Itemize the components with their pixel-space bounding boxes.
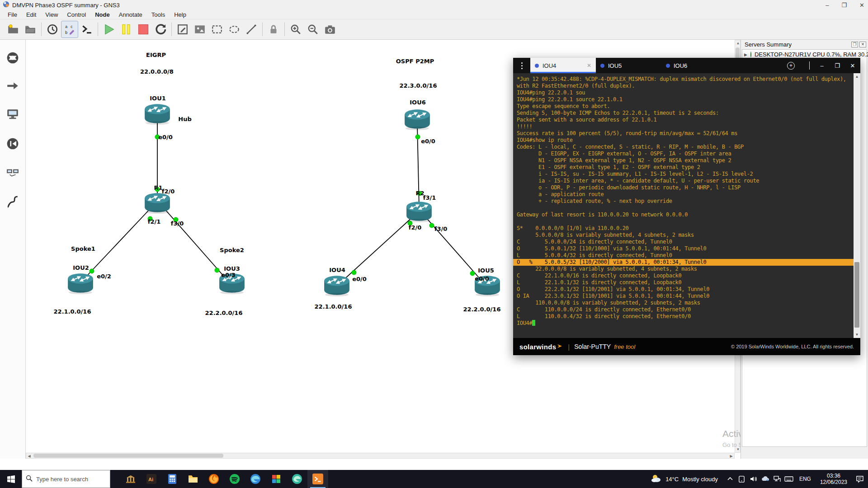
browse-routers-icon[interactable] xyxy=(3,48,22,67)
taskbar-app-edge-icon[interactable] xyxy=(245,470,266,488)
network-icon[interactable] xyxy=(771,470,783,488)
console-to-all-icon[interactable] xyxy=(78,21,95,38)
snapshot-icon[interactable] xyxy=(44,21,61,38)
link-1[interactable] xyxy=(84,208,151,279)
browse-end-devices-icon[interactable] xyxy=(3,105,22,124)
port-status-dot xyxy=(352,270,356,275)
menu-annotate[interactable]: Annotate xyxy=(115,10,146,19)
suspend-all-icon[interactable] xyxy=(118,21,135,38)
scroll-down-icon[interactable]: ▼ xyxy=(854,331,860,338)
taskbar-clock[interactable]: 03:36 12/06/2023 xyxy=(816,473,852,485)
taskbar-search[interactable] xyxy=(22,470,110,488)
canvas-horizontal-scrollbar[interactable]: ◀ ▶ xyxy=(26,453,735,459)
scroll-up-icon[interactable]: ▲ xyxy=(854,73,860,80)
draw-rectangle-icon[interactable] xyxy=(208,21,226,38)
search-input[interactable] xyxy=(36,476,104,483)
volume-icon[interactable] xyxy=(748,470,760,488)
terminal-tab-iou5[interactable]: IOU5 xyxy=(596,58,661,73)
browse-switches-icon[interactable] xyxy=(3,76,22,95)
lock-unlock-items-icon[interactable] xyxy=(265,21,282,38)
terminal-output[interactable]: *Jun 12 00:35:42.488: %CDP-4-DUPLEX_MISM… xyxy=(513,73,860,338)
node-IOU4[interactable] xyxy=(322,274,351,297)
onedrive-icon[interactable] xyxy=(760,470,771,488)
terminal-line: with R2 FastEthernet2/0 (full duplex). xyxy=(513,83,854,89)
terminal-line: O 5.0.0.1/32 [110/1000] via 5.0.0.1, 00:… xyxy=(513,245,854,252)
panel-close-button[interactable]: ✕ xyxy=(859,42,866,47)
keyboard-icon[interactable] xyxy=(783,470,795,488)
topology-label: IOU1 xyxy=(150,95,166,102)
browse-all-devices-icon[interactable] xyxy=(3,162,22,181)
screenshot-icon[interactable] xyxy=(321,21,339,38)
node-IOU1[interactable] xyxy=(143,103,172,125)
zoom-in-icon[interactable] xyxy=(287,21,304,38)
terminal-tab-iou6[interactable]: IOU6 xyxy=(661,58,727,73)
taskbar-app-solar-putty-icon[interactable] xyxy=(307,470,328,488)
open-project-icon[interactable] xyxy=(22,21,39,38)
zoom-out-icon[interactable] xyxy=(304,21,321,38)
terminal-line: IOU4#show ip route xyxy=(513,137,854,144)
node-R2[interactable] xyxy=(405,200,434,223)
horizontal-scroll-thumb[interactable] xyxy=(33,454,223,458)
terminal-scroll-thumb[interactable] xyxy=(854,262,859,328)
minimize-button[interactable]: – xyxy=(826,2,829,9)
draw-line-icon[interactable] xyxy=(243,21,260,38)
add-link-icon[interactable] xyxy=(3,192,22,211)
taskbar-app-firefox-icon[interactable] xyxy=(203,470,224,488)
topology-label: f3/0 xyxy=(434,225,448,232)
start-all-icon[interactable] xyxy=(100,21,118,38)
taskbar-app-monument-app-icon[interactable] xyxy=(120,470,141,488)
taskbar-app-edge-dev-icon[interactable] xyxy=(287,470,307,488)
terminal-minimize-button[interactable]: – xyxy=(814,62,830,69)
topology-label: 22.2.0.0/16 xyxy=(463,306,501,313)
terminal-close-button[interactable]: ✕ xyxy=(845,62,860,69)
scroll-right-icon[interactable]: ▶ xyxy=(728,453,734,459)
terminal-scrollbar[interactable]: ▲ ▼ xyxy=(854,73,860,338)
taskbar-app-spotify-icon[interactable] xyxy=(224,470,245,488)
menu-control[interactable]: Control xyxy=(63,10,90,19)
terminal-maximize-button[interactable]: ❐ xyxy=(830,62,845,69)
menu-file[interactable]: File xyxy=(4,10,21,19)
servers-summary-title: Servers Summary xyxy=(745,41,792,48)
new-project-icon[interactable] xyxy=(5,21,22,38)
tablet-icon[interactable] xyxy=(736,470,748,488)
taskbar-app-calculator-app-icon[interactable] xyxy=(162,470,183,488)
menu-edit[interactable]: Edit xyxy=(22,10,40,19)
menu-view[interactable]: View xyxy=(41,10,62,19)
add-note-icon[interactable] xyxy=(174,21,191,38)
language-indicator[interactable]: ENG xyxy=(795,476,816,482)
toggle-interface-labels-icon[interactable]: acb xyxy=(61,21,78,38)
taskbar-app-file-explorer-icon[interactable] xyxy=(183,470,203,488)
terminal-tab-iou4[interactable]: IOU4✕ xyxy=(530,58,596,73)
weather-widget[interactable]: 14°C Mostly cloudy xyxy=(645,474,724,485)
insert-image-icon[interactable] xyxy=(191,21,208,38)
draw-ellipse-icon[interactable] xyxy=(226,21,243,38)
start-button[interactable] xyxy=(0,470,22,488)
desktop: DMVPN Phase3 OSPF summary - GNS3 – ❐ ✕ F… xyxy=(0,0,868,488)
action-center-icon[interactable] xyxy=(852,470,868,488)
node-IOU2[interactable] xyxy=(66,272,95,295)
menu-kebab-icon[interactable] xyxy=(513,58,530,73)
chevron-up-icon[interactable] xyxy=(724,470,736,488)
new-session-icon[interactable]: + xyxy=(787,62,795,70)
close-button[interactable]: ✕ xyxy=(859,2,864,9)
tab-close-icon[interactable]: ✕ xyxy=(587,62,591,69)
browse-security-devices-icon[interactable] xyxy=(3,134,22,153)
menu-help[interactable]: Help xyxy=(170,10,190,19)
stop-all-icon[interactable] xyxy=(135,21,152,38)
node-IOU6[interactable] xyxy=(403,108,432,131)
node-R1[interactable] xyxy=(143,192,172,214)
terminal-line: Type escape sequence to abort. xyxy=(513,103,854,110)
menu-tools[interactable]: Tools xyxy=(147,10,169,19)
panel-float-button[interactable]: ❐ xyxy=(851,42,858,47)
server-row[interactable]: ▶ DESKTOP-N27UR1V CPU 0.7%, RAM 30.2% xyxy=(744,51,865,58)
menu-node[interactable]: Node xyxy=(91,10,114,19)
terminal-line: a - application route xyxy=(513,191,854,198)
maximize-button[interactable]: ❐ xyxy=(841,2,847,9)
scroll-left-icon[interactable]: ◀ xyxy=(26,453,32,459)
terminal-prompt: IOU4# xyxy=(513,320,854,327)
taskbar-app-illustrator-app-icon[interactable]: Ai xyxy=(141,470,162,488)
expander-icon[interactable]: ▶ xyxy=(744,52,747,57)
taskbar-app-photos-app-icon[interactable] xyxy=(266,470,287,488)
reload-all-icon[interactable] xyxy=(152,21,169,38)
terminal-line xyxy=(513,205,854,211)
